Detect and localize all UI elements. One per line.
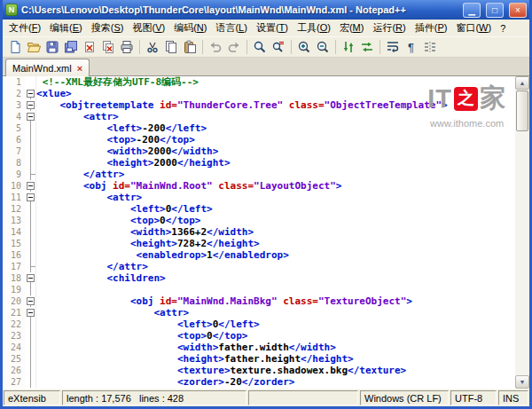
code-line-15[interactable]: 15 <height>728+2</height>	[3, 238, 515, 249]
code-line-6[interactable]: 6 <top>-200</top>	[3, 134, 515, 146]
code-line-18[interactable]: 18 <children>	[3, 272, 515, 284]
menu-view[interactable]: 视图(V)	[128, 20, 169, 36]
code-line-24[interactable]: 24 <width>father.width</width>	[3, 342, 515, 353]
toolbar-word-wrap-button[interactable]	[384, 38, 402, 56]
code-line-20[interactable]: 20 <obj id="MainWnd.MainBkg" class="Text…	[3, 295, 515, 307]
close-button[interactable]: ×	[509, 3, 527, 18]
toolbar-show-all-chars-button[interactable]: ¶	[403, 38, 420, 56]
code-line-10[interactable]: 10 <obj id="MainWnd.Root" class="LayoutO…	[3, 180, 515, 192]
scrollbar-track[interactable]	[515, 90, 529, 375]
editor-area[interactable]: 1 <!--XML最好存储为UTF-8编码-->2<xlue>3 <objtre…	[3, 76, 529, 389]
code-text[interactable]: <obj id="MainWnd.Root" class="LayoutObje…	[36, 180, 341, 192]
menu-run[interactable]: 运行(R)	[368, 20, 410, 36]
code-text[interactable]: <texture>texture.shadowex.bkg</texture>	[36, 365, 406, 376]
menu-file[interactable]: 文件(F)	[4, 20, 45, 36]
fold-collapse-icon[interactable]	[25, 111, 36, 122]
code-line-7[interactable]: 7 <width>2000</width>	[3, 146, 515, 157]
toolbar-close-all-button[interactable]	[99, 38, 117, 56]
menu-edit[interactable]: 编辑(E)	[45, 20, 87, 36]
toolbar-new-file-button[interactable]	[6, 38, 24, 56]
toolbar-open-folder-button[interactable]	[25, 38, 43, 56]
toolbar-save-all-button[interactable]	[62, 38, 80, 56]
minimize-button[interactable]: ▁	[463, 3, 481, 18]
code-line-12[interactable]: 12 <left>0</left>	[3, 203, 515, 215]
toolbar-zoom-out-button[interactable]	[314, 38, 332, 56]
code-text[interactable]: <width>1366+2</width>	[36, 226, 254, 238]
fold-collapse-icon[interactable]	[25, 99, 36, 111]
toolbar-indent-guide-button[interactable]	[421, 38, 439, 56]
code-text[interactable]: <left>0</left>	[36, 319, 260, 330]
fold-collapse-icon[interactable]	[25, 307, 36, 319]
fold-collapse-icon[interactable]	[25, 295, 36, 307]
vertical-scrollbar[interactable]: ▲ ▼	[515, 76, 529, 389]
code-line-27[interactable]: 27 <zorder>-20</zorder>	[3, 376, 515, 388]
code-line-14[interactable]: 14 <width>1366+2</width>	[3, 226, 515, 238]
menu-window[interactable]: 窗口(W)	[451, 20, 496, 36]
toolbar-cut-button[interactable]	[144, 38, 161, 56]
menu-encoding[interactable]: 编码(N)	[169, 20, 211, 36]
code-text[interactable]: <enabledrop>1</enabledrop>	[36, 249, 289, 261]
menu-tools[interactable]: 工具(O)	[293, 20, 335, 36]
code-text[interactable]: <top>0</top>	[36, 215, 200, 226]
code-text[interactable]: <top>-200</top>	[36, 134, 195, 146]
code-text[interactable]: </attr>	[36, 169, 124, 180]
code-text[interactable]: <height>728+2</height>	[36, 238, 260, 249]
code-text[interactable]: <height>father.height</height>	[36, 353, 354, 365]
code-text[interactable]: <attr>	[36, 307, 189, 319]
code-text[interactable]: <left>0</left>	[36, 203, 213, 215]
fold-collapse-icon[interactable]	[25, 272, 36, 284]
toolbar-close-button[interactable]	[81, 38, 98, 56]
toolbar-undo-button[interactable]	[207, 38, 224, 56]
menu-plugins[interactable]: 插件(P)	[411, 20, 452, 36]
code-line-23[interactable]: 23 <top>0</top>	[3, 330, 515, 342]
code-text[interactable]: <width>father.width</width>	[36, 342, 336, 353]
menu-macro[interactable]: 宏(M)	[335, 20, 369, 36]
code-line-13[interactable]: 13 <top>0</top>	[3, 215, 515, 226]
toolbar-find-button[interactable]	[251, 38, 269, 56]
menu-language[interactable]: 语言(L)	[211, 20, 251, 36]
scrollbar-thumb[interactable]	[516, 90, 528, 131]
fold-collapse-icon[interactable]	[25, 192, 36, 203]
code-text[interactable]: <obj id="MainWnd.MainBkg" class="Texture…	[36, 295, 412, 307]
code-line-9[interactable]: 9 </attr>	[3, 169, 515, 180]
toolbar-replace-button[interactable]	[270, 38, 287, 56]
scroll-up-arrow-icon[interactable]: ▲	[515, 76, 529, 90]
code-line-16[interactable]: 16 <enabledrop>1</enabledrop>	[3, 249, 515, 261]
toolbar-sync-h-button[interactable]	[358, 38, 376, 56]
code-line-8[interactable]: 8 <height>2000</height>	[3, 157, 515, 169]
code-line-17[interactable]: 17 </attr>	[3, 261, 515, 272]
toolbar-copy-button[interactable]	[162, 38, 180, 56]
fold-collapse-icon[interactable]	[25, 180, 36, 192]
toolbar-zoom-in-button[interactable]	[295, 38, 313, 56]
code-line-19[interactable]: 19	[3, 284, 515, 295]
toolbar-paste-button[interactable]	[181, 38, 199, 56]
code-text[interactable]: <xlue>	[36, 88, 72, 99]
code-line-25[interactable]: 25 <height>father.height</height>	[3, 353, 515, 365]
menu-search[interactable]: 搜索(S)	[87, 20, 129, 36]
code-text[interactable]: <left>-200</left>	[36, 122, 207, 134]
toolbar-sync-v-button[interactable]	[340, 38, 357, 56]
title-bar[interactable]: N C:\Users\Lenovo\Desktop\ThunderCore\la…	[3, 0, 529, 20]
code-text[interactable]: </attr>	[36, 261, 148, 272]
code-line-22[interactable]: 22 <left>0</left>	[3, 319, 515, 330]
toolbar-save-button[interactable]	[43, 38, 61, 56]
code-text[interactable]: <width>2000</width>	[36, 146, 218, 157]
scroll-down-arrow-icon[interactable]: ▼	[515, 375, 529, 389]
code-text[interactable]: <children>	[36, 272, 166, 284]
code-line-26[interactable]: 26 <texture>texture.shadowex.bkg</textur…	[3, 365, 515, 376]
maximize-button[interactable]: □	[486, 3, 504, 18]
code-line-21[interactable]: 21 <attr>	[3, 307, 515, 319]
menu-help[interactable]: ?	[496, 21, 510, 35]
code-line-11[interactable]: 11 <attr>	[3, 192, 515, 203]
fold-collapse-icon[interactable]	[25, 88, 36, 99]
tab-mainwnd-xml[interactable]: MainWnd.xml ×	[5, 59, 90, 76]
code-text[interactable]: <height>2000</height>	[36, 157, 231, 169]
menu-settings[interactable]: 设置(T)	[252, 20, 293, 36]
code-text[interactable]: <!--XML最好存储为UTF-8编码-->	[36, 76, 199, 88]
code-text[interactable]: <objtreetemplate id="ThunderCore.Tree" c…	[36, 99, 448, 111]
code-text[interactable]: <attr>	[36, 192, 142, 203]
code-text[interactable]: <top>0</top>	[36, 330, 247, 342]
code-text[interactable]: <attr>	[36, 111, 119, 122]
toolbar-redo-button[interactable]	[225, 38, 243, 56]
code-text[interactable]: <zorder>-20</zorder>	[36, 376, 294, 388]
